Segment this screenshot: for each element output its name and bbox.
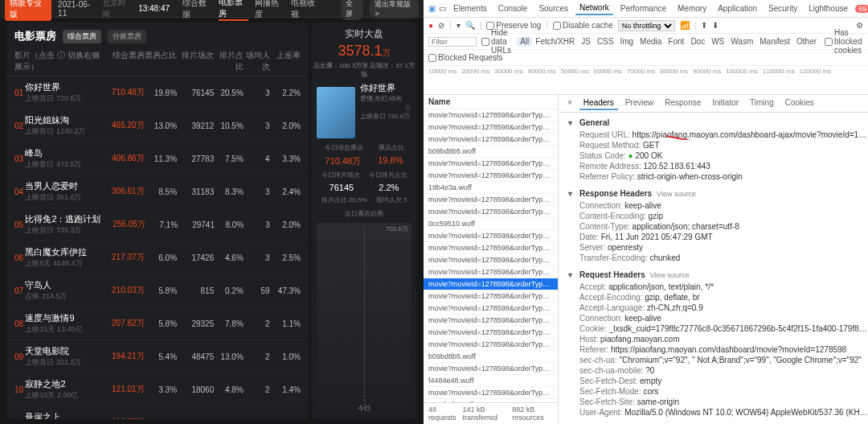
section-request-headers[interactable]: Request Headers View source <box>568 268 868 282</box>
record-icon[interactable]: ● <box>428 21 433 30</box>
dt-tab-sec[interactable]: Security <box>764 2 801 14</box>
fullscreen-button[interactable]: 全屏 <box>341 0 364 20</box>
filter-chip[interactable]: Other <box>793 37 820 46</box>
request-item[interactable]: movie?movieId=1278598&orderType=0&uuid=1… <box>424 387 558 399</box>
col-sess[interactable]: 排片场次 <box>177 50 214 72</box>
dt-tab-sources[interactable]: Sources <box>534 2 572 14</box>
dt-tab-app[interactable]: Application <box>714 2 761 14</box>
table-row[interactable]: 10寂静之地2上映15天 2.00亿 121.01万3.3%18060 4.8%… <box>6 373 309 406</box>
request-item[interactable]: movie?movieId=1278598&orderType=0&uuid=1… <box>424 327 558 339</box>
detail-tab-response[interactable]: Response <box>661 97 705 110</box>
table-row[interactable]: 05比得兔2：逃跑计划上映首日 735.3万 256.05万7.1%29741 … <box>6 208 309 241</box>
col-box[interactable]: 综合票房 <box>100 50 145 72</box>
filter-chip[interactable]: Img <box>616 37 637 46</box>
request-item[interactable]: movie?movieId=1278598&orderType=0&uuid=1… <box>424 109 558 121</box>
filter-chip[interactable]: Wasm <box>727 37 756 46</box>
request-item[interactable]: movie?movieId=1278598&orderType=0&uuid=1… <box>424 194 558 206</box>
table-row[interactable]: 07守岛人点映 214.5万 210.03万5.8%815 0.2%5947.3… <box>6 274 309 307</box>
col-sshare[interactable]: 排片占比 <box>214 50 244 72</box>
filter-chip[interactable]: Font <box>665 37 687 46</box>
col-avg[interactable]: 场均人次 <box>244 50 270 72</box>
search-icon[interactable]: 🔍 <box>465 21 475 30</box>
view-source-request[interactable]: View source <box>650 271 690 279</box>
request-item[interactable]: movie?movieId=1278598&orderType=0&uuid=1… <box>424 170 558 182</box>
request-item[interactable]: movie?movieId=1278598&orderType=0&uuid=1… <box>424 242 558 254</box>
request-item[interactable]: movie?movieId=1278598&orderType=0&uuid=1… <box>424 303 558 315</box>
request-list-header[interactable]: Name <box>424 95 558 109</box>
request-item[interactable]: 0cc59510.woff <box>424 218 558 230</box>
col-share[interactable]: 票房占比 <box>145 50 177 72</box>
table-row[interactable]: 08速度与激情9上映21天 13.40亿 207.82万5.8%29325 7.… <box>6 307 309 340</box>
download-icon[interactable]: ⬇ <box>712 21 719 30</box>
detail-tab-cookies[interactable]: Cookies <box>781 97 818 110</box>
request-item[interactable]: movie?movieId=1278598&orderType=0&uuid=1… <box>424 134 558 146</box>
dt-tab-memory[interactable]: Memory <box>674 2 710 14</box>
request-item[interactable]: 19b4e3a.woff <box>424 182 558 194</box>
date-picker[interactable]: 2021-06-11 <box>58 0 96 18</box>
table-row[interactable]: 11悬崖之上上映43天 11.56亿 116.65万3.2%7512 2.0%5… <box>6 406 309 419</box>
filter-chip[interactable]: JS <box>578 37 594 46</box>
dt-tab-elements[interactable]: Elements <box>449 2 491 14</box>
filter-chip[interactable]: All <box>517 37 532 46</box>
table-row[interactable]: 09天堂电影院上映首日 201.2万 194.21万5.4%48475 13.0… <box>6 340 309 373</box>
table-row[interactable]: 06黑白魔女库伊拉上映6天 4148.4万 217.37万6.0%17426 4… <box>6 241 309 274</box>
view-source-response[interactable]: View source <box>657 190 696 198</box>
request-item[interactable]: movie?movieId=1278598&orderType=0&uuid=1… <box>424 158 558 170</box>
table-row[interactable]: 03峰岛上映首日 472.5万 406.86万11.3%27783 7.5%43… <box>6 142 309 175</box>
table-row[interactable]: 02阳光姐妹淘上映首日 1240.2万 465.20万13.0%39212 10… <box>6 109 309 142</box>
online-icon[interactable]: 📶 <box>680 21 690 30</box>
device-icon[interactable]: ▭ <box>439 4 446 13</box>
nav-link-2[interactable]: 网播热度 <box>255 0 285 20</box>
filter-chip[interactable]: Manifest <box>756 37 793 46</box>
disable-cache-checkbox[interactable]: Disable cache <box>553 21 613 30</box>
request-item[interactable]: b09bd8b5.woff <box>424 146 558 158</box>
detail-tab-initiator[interactable]: Initiator <box>708 97 743 110</box>
detail-tab-timing[interactable]: Timing <box>746 97 778 110</box>
filter-icon[interactable]: ▾ <box>457 21 461 30</box>
rank-chip-b[interactable]: 分账票房 <box>108 30 146 43</box>
clear-icon[interactable]: ⊘ <box>438 21 444 30</box>
filter-input[interactable] <box>428 37 477 47</box>
request-item[interactable]: b09bd8b5.woff <box>424 351 558 363</box>
section-response-headers[interactable]: Response Headers View source <box>568 187 868 200</box>
request-item[interactable]: movie?movieId=1278598&orderType=0&uuid=1… <box>424 339 558 351</box>
section-general[interactable]: General <box>568 116 868 130</box>
movie-poster[interactable] <box>317 87 355 138</box>
detail-tab-preview[interactable]: Preview <box>621 97 658 110</box>
request-item[interactable]: movie?movieId=1278598&orderType=0&uuid=1… <box>424 121 558 134</box>
request-item[interactable]: movie?movieId=1278598&orderType=0&uuid=1… <box>424 206 558 218</box>
filter-chip[interactable]: Media <box>637 37 665 46</box>
request-item[interactable]: movie?movieId=1278598&orderType=0&uuid=1… <box>424 254 558 266</box>
filter-chip[interactable]: Fetch/XHR <box>532 37 578 46</box>
filter-chip[interactable]: CSS <box>594 37 617 46</box>
request-item[interactable]: movie?movieId=1278598&orderType=0&uuid=1… <box>424 363 558 375</box>
request-item[interactable]: movie?movieId=1278598&orderType=0&uuid=1… <box>424 266 558 278</box>
rank-chip-a[interactable]: 综合票房 <box>63 30 101 43</box>
blocked-requests-checkbox[interactable]: Blocked Requests <box>428 53 503 62</box>
dt-tab-network[interactable]: Network <box>575 2 613 15</box>
filter-chip[interactable]: WS <box>708 37 727 46</box>
request-item[interactable]: movie?movieId=1278598&orderType=0&uuid=1… <box>424 230 558 242</box>
error-count[interactable]: 69 <box>855 5 868 13</box>
upload-icon[interactable]: ⬆ <box>701 21 707 30</box>
side-movie-title[interactable]: 你好世界 <box>360 82 411 94</box>
table-row[interactable]: 01你好世界上映首日 720.6万 710.48万19.8%76145 20.5… <box>6 76 309 109</box>
request-item[interactable]: movie?movieId=1278598&orderType=0&uuid=1… <box>424 278 558 290</box>
inspect-icon[interactable]: ▣ <box>428 4 436 13</box>
network-timeline[interactable]: 10000 ms20000 ms30000 ms40000 ms50000 ms… <box>424 66 868 95</box>
dt-tab-perf[interactable]: Performance <box>616 2 670 14</box>
filter-chip[interactable]: Doc <box>687 37 708 46</box>
dt-tab-lh[interactable]: Lighthouse <box>805 2 852 14</box>
trend-chart[interactable]: 703.6万 今日 <box>317 223 411 414</box>
detail-close[interactable]: × <box>563 97 576 110</box>
nav-link-0[interactable]: 综合数据 <box>182 0 212 20</box>
request-item[interactable]: movie?movieId=1278598&orderType=0&uuid=1… <box>424 315 558 327</box>
throttling-select[interactable]: No throttling <box>618 20 675 31</box>
table-row[interactable]: 04当男人恋爱时上映首日 361.6万 306.61万8.5%31183 8.3… <box>6 175 309 208</box>
exit-mode-button[interactable]: 退出常规版 > <box>370 0 419 19</box>
request-item[interactable]: f4484e48.woff <box>424 375 558 387</box>
request-item[interactable]: movie?movieId=1278598&orderType=0&uuid=1… <box>424 290 558 303</box>
dt-tab-console[interactable]: Console <box>494 2 532 14</box>
detail-tab-headers[interactable]: Headers <box>579 97 618 110</box>
nav-link-3[interactable]: 电视收视 <box>291 0 321 20</box>
